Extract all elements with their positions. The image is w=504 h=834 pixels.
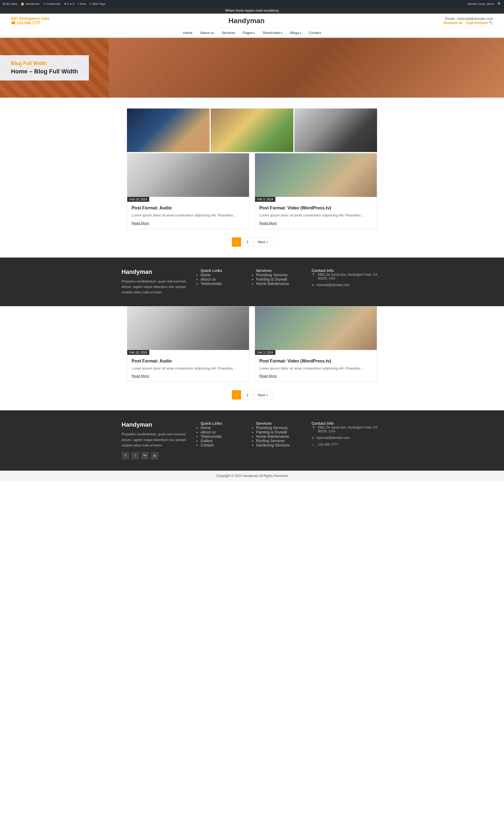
blog-grid-top — [127, 109, 377, 152]
nav-blogs[interactable]: Blogs — [290, 31, 301, 35]
footer-2-svc-maintenance: Home Maintenance — [256, 434, 303, 439]
footer-1-grid: Handyman Phasellus condimentum, quam sed… — [122, 268, 382, 295]
emergency-phone[interactable]: ☎ 123-456-7777 — [11, 21, 49, 25]
blog-card-4: Feb 3, 2024 Post Format: Video (WordPres… — [255, 306, 377, 382]
footer-2-svc-gardening: Gardening Services — [256, 443, 303, 447]
nav-pages[interactable]: Pages — [243, 31, 255, 35]
admin-user: Howdy, luzuk_demo — [467, 2, 494, 5]
blog-image-hat — [211, 109, 293, 152]
admin-handyman[interactable]: 🏠 Handyman — [21, 2, 40, 6]
blog-section-2: Feb 18, 2024 Post Format: Audio Lorem ip… — [122, 306, 382, 400]
footer-1-desc: Phasellus condimentum, quam sed euismod … — [122, 279, 193, 295]
footer-2-about: Handyman Phasellus condimentum, quam sed… — [122, 421, 193, 460]
footer-1-logo[interactable]: Handyman — [122, 268, 193, 276]
admin-customize[interactable]: ✏ Customize — [43, 2, 61, 6]
card-3-image — [127, 306, 249, 350]
notice-text: Where home repairs meet excellency — [225, 9, 279, 13]
footer-1-link-about[interactable]: About us — [201, 277, 248, 282]
main-nav: Home About us Services Pages Shortcodes … — [0, 28, 504, 38]
blog-cards-row-2: Feb 18, 2024 Post Format: Audio Lorem ip… — [127, 306, 377, 382]
footer-1-services: Services Plumbing Services Painting & Dr… — [256, 268, 303, 295]
blog-image-floor — [294, 109, 377, 152]
page-1-btn[interactable]: 1 — [232, 237, 241, 247]
footer-1-svc-maintenance: Home Maintenance — [256, 282, 303, 286]
footer-2-logo[interactable]: Handyman — [122, 421, 193, 428]
email-info: Email : myemail@domain.com — [445, 17, 493, 21]
nav-about[interactable]: About us — [200, 31, 214, 35]
email-icon: ✉ — [311, 283, 314, 287]
card-4-excerpt: Lorem ipsum dolor sit amet consectetur a… — [259, 366, 372, 371]
footer-2-link-gallery[interactable]: Gallery — [201, 439, 248, 443]
card-1-body: Post Format: Audio Lorem ipsum dolor sit… — [127, 202, 249, 229]
social-twitter[interactable]: t — [131, 452, 139, 460]
page-2-btn-2[interactable]: 2 — [243, 390, 252, 399]
card-4-read-more[interactable]: Read More — [259, 374, 277, 378]
admin-new[interactable]: + New — [78, 2, 86, 5]
card-2-excerpt: Lorem ipsum dolor sit amet consectetur a… — [259, 213, 372, 218]
footer-1-link-home[interactable]: Home — [201, 273, 248, 277]
social-icons: f t 📷 in — [122, 452, 193, 460]
footer-2-contact-title: Contact Info — [311, 421, 382, 425]
email-icon-2: ✉ — [311, 436, 314, 440]
footer-1-quicklinks-list: Home About us Testimonials — [201, 273, 248, 286]
footer-2-link-testimonials[interactable]: Testimonials — [201, 434, 248, 439]
footer-1-about: Handyman Phasellus condimentum, quam sed… — [122, 268, 193, 295]
blog-section-1: Feb 18, 2024 Post Format: Audio Lorem ip… — [122, 109, 382, 247]
notice-bar: Where home repairs meet excellency — [0, 7, 504, 14]
header-appointment: Email : myemail@domain.com Request an Ap… — [444, 17, 493, 25]
footer-2-quicklinks: Quick Links Home About us Testimonials G… — [201, 421, 248, 460]
footer-2-link-about[interactable]: About us — [201, 430, 248, 434]
nav-shortcodes[interactable]: Shortcodes — [263, 31, 283, 35]
page-1-btn-2[interactable]: 1 — [232, 390, 241, 399]
footer-2-services-list: Plumbing Services Painting & Drywall Hom… — [256, 425, 303, 447]
footer-2-services-title: Services — [256, 421, 303, 425]
site-logo[interactable]: Handyman — [228, 17, 264, 25]
card-1-image-wrap: Feb 18, 2024 — [127, 153, 249, 202]
footer-2-link-home[interactable]: Home — [201, 425, 248, 430]
card-3-read-more[interactable]: Read More — [132, 374, 149, 378]
social-instagram[interactable]: 📷 — [141, 452, 149, 460]
footer-2: Handyman Phasellus condimentum, quam sed… — [0, 410, 504, 470]
footer-1-contact-title: Contact Info — [311, 268, 382, 273]
social-facebook[interactable]: f — [122, 452, 129, 460]
footer-1-link-testimonials[interactable]: Testimonials — [201, 282, 248, 286]
card-4-date: Feb 3, 2024 — [255, 350, 276, 355]
page-2-btn[interactable]: 2 — [243, 237, 252, 247]
footer-2-quicklinks-title: Quick Links — [201, 421, 248, 425]
footer-1-services-list: Plumbing Services Painting & Drywall Hom… — [256, 273, 303, 286]
card-3-title: Post Format: Audio — [132, 359, 245, 364]
footer-2-grid: Handyman Phasellus condimentum, quam sed… — [122, 421, 382, 460]
footer-2-contact: Contact Info 📍 5961 De Santa Ave, Huntin… — [311, 421, 382, 460]
pagination-2: 1 2 Next » — [127, 390, 377, 399]
footer-2-link-contact[interactable]: Contact — [201, 443, 248, 447]
footer-1-contact: Contact Info 📍 5961 De Santa Ave, Huntin… — [311, 268, 382, 295]
nav-home[interactable]: Home — [183, 31, 193, 35]
blog-image-electrical — [127, 109, 210, 152]
nav-contact[interactable]: Contact — [309, 31, 321, 35]
hero-banner: Blog Full Width Home – Blog Full Width — [0, 38, 504, 97]
header-emergency: 24/7 Emergency Care ☎ 123-456-7777 — [11, 16, 49, 25]
footer-1-address: 📍 5961 De Santa Ave, Huntington Park, CA… — [311, 273, 382, 280]
hero-title: Home – Blog Full Width — [11, 68, 78, 75]
admin-edit[interactable]: ✏ Edit Page — [89, 2, 106, 6]
site-header: 24/7 Emergency Care ☎ 123-456-7777 Handy… — [0, 14, 504, 28]
page-next-btn-2[interactable]: Next » — [254, 390, 272, 399]
footer-1-svc-painting: Painting & Drywall — [256, 277, 303, 282]
admin-search-icon[interactable]: 🔍 — [498, 2, 501, 6]
footer-2-quicklinks-list: Home About us Testimonials Gallery Conta… — [201, 425, 248, 447]
footer-2-services: Services Plumbing Services Painting & Dr… — [256, 421, 303, 460]
card-2-read-more[interactable]: Read More — [259, 221, 277, 225]
card-4-image-wrap: Feb 3, 2024 — [255, 306, 377, 355]
admin-icons: ⚙ 5 ● 0 — [64, 2, 74, 6]
card-2-body: Post Format: Video (WordPress.tv) Lorem … — [255, 202, 377, 229]
footer-2-phone: 📞 123-456-7777 — [311, 443, 382, 447]
card-1-read-more[interactable]: Read More — [132, 221, 149, 225]
nav-services[interactable]: Services — [222, 31, 235, 35]
location-icon: 📍 — [311, 273, 315, 277]
social-linkedin[interactable]: in — [151, 452, 158, 460]
admin-my-sites[interactable]: ⊞ My Sites — [3, 2, 17, 6]
footer-2-svc-painting: Painting & Drywall — [256, 430, 303, 434]
appointment-link[interactable]: Request an Appointment 🔧 — [444, 21, 493, 25]
page-next-btn[interactable]: Next » — [254, 237, 272, 247]
footer-2-svc-plumbing: Plumbing Services — [256, 425, 303, 430]
